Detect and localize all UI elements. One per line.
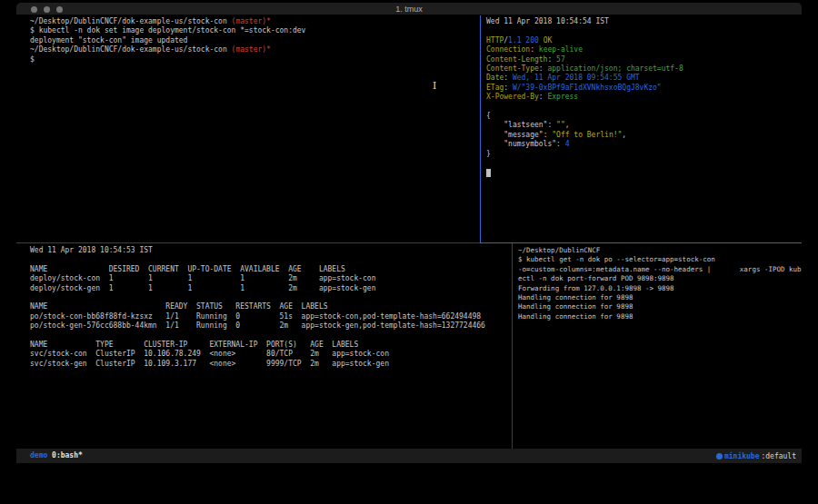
terminal-line: NAME TYPE CLUSTER-IP EXTERNAL-IP PORT(S)… [30, 341, 512, 350]
minimize-button-icon[interactable] [44, 6, 50, 13]
terminal-line: Date: Wed, 11 Apr 2018 09:54:55 GMT [486, 74, 802, 83]
status-left: demo 0:bash* [30, 449, 83, 463]
terminal-line: ETag: W/"39-0xBPf9aF1dXVNkhsxoBQgJ8vKzo" [486, 84, 802, 93]
terminal-line: po/stock-con-bb68f88fd-kzsxz 1/1 Running… [30, 312, 512, 321]
terminal-line: "message": "Off to Berlin!", [486, 131, 802, 140]
tmux-status-bar: demo 0:bash* minikube :default [16, 449, 802, 463]
terminal-line: Forwarding from 127.0.0.1:9898 -> 9898 [518, 284, 802, 293]
terminal-line: deployment "stock-con" image updated [30, 36, 480, 45]
zoom-button-icon[interactable] [56, 6, 63, 13]
pane-bottom-left-kubectl-tables[interactable]: Wed 11 Apr 2018 10:54:53 IST NAME DESIRE… [16, 243, 512, 449]
pane-divider-vertical-top-active[interactable] [480, 15, 481, 243]
terminal-line [486, 26, 802, 35]
terminal-line: ectl -n dok port-forward POD 9898:9898 [518, 274, 802, 283]
terminal-line: X-Powered-By: Express [486, 93, 802, 102]
terminal-line: "lastseen": "", [486, 121, 802, 130]
terminal-line: } [486, 150, 802, 159]
terminal-line: $ kubectl get -n dok po --selector=app=s… [518, 255, 802, 264]
desktop: 1. tmux ~/Desktop/DublinCNCF/dok-example… [0, 0, 818, 504]
terminal-line: -o=custom-columns=:metadata.name --no-he… [518, 265, 802, 274]
terminal-line: Wed 11 Apr 2018 10:54:53 IST [30, 246, 512, 255]
status-right: minikube :default [716, 449, 796, 463]
terminal-line [486, 169, 802, 178]
terminal-line [30, 255, 512, 264]
terminal-line: ~/Desktop/DublinCNCF [518, 246, 802, 255]
terminal-line: Handling connection for 9898 [518, 293, 802, 302]
terminal-line [30, 293, 512, 302]
titlebar[interactable]: 1. tmux [16, 3, 802, 15]
terminal-line: ~/Desktop/DublinCNCF/dok-example-us/stoc… [30, 45, 480, 54]
active-window-label[interactable]: 0:bash* [47, 451, 83, 460]
terminal-line: svc/stock-gen ClusterIP 10.109.3.177 <no… [30, 360, 512, 369]
terminal-line: svc/stock-con ClusterIP 10.106.78.249 <n… [30, 350, 512, 359]
terminal-line: $ kubectl -n dok set image deployment/st… [30, 26, 480, 35]
terminal-window: 1. tmux ~/Desktop/DublinCNCF/dok-example… [16, 3, 802, 463]
terminal-line: "numsymbols": 4 [486, 140, 802, 149]
tmux-session: ~/Desktop/DublinCNCF/dok-example-us/stoc… [16, 15, 802, 449]
terminal-line: { [486, 112, 802, 121]
session-name: demo [30, 451, 47, 460]
kube-context: minikube [724, 450, 760, 463]
window-title: 1. tmux [16, 3, 802, 15]
kube-namespace: :default [761, 450, 796, 463]
terminal-line: ~/Desktop/DublinCNCF/dok-example-us/stoc… [30, 17, 480, 26]
pane-top-left-shell[interactable]: ~/Desktop/DublinCNCF/dok-example-us/stoc… [16, 15, 480, 242]
terminal-line [486, 159, 802, 168]
kubernetes-helm-icon [716, 453, 723, 460]
terminal-line: Connection: keep-alive [486, 45, 802, 54]
traffic-lights [31, 6, 63, 13]
terminal-line: Content-Type: application/json; charset=… [486, 64, 802, 74]
close-button-icon[interactable] [31, 6, 37, 13]
terminal-line: NAME READY STATUS RESTARTS AGE LABELS [30, 302, 512, 311]
pane-top-right-http-response[interactable]: Wed 11 Apr 2018 10:54:54 IST HTTP/1.1 20… [481, 15, 802, 242]
mouse-cursor-ibeam: I [433, 81, 436, 92]
terminal-line: po/stock-gen-576cc688bb-44kmn 1/1 Runnin… [30, 321, 512, 331]
terminal-line [30, 331, 512, 341]
terminal-line: deploy/stock-con 1 1 1 1 2m app=stock-co… [30, 274, 512, 283]
terminal-line: $ [30, 55, 480, 64]
terminal-line: Content-Length: 57 [486, 55, 802, 64]
pane-divider-horizontal-left[interactable] [16, 242, 480, 243]
pane-bottom-right-port-forward[interactable]: ~/Desktop/DublinCNCF$ kubectl get -n dok… [513, 243, 802, 449]
pane-divider-vertical-bottom[interactable] [512, 243, 513, 449]
terminal-cursor [486, 169, 491, 177]
pane-divider-horizontal-right-active[interactable] [480, 242, 802, 243]
terminal-line: Wed 11 Apr 2018 10:54:54 IST [486, 17, 802, 26]
terminal-line [486, 103, 802, 112]
terminal-line: deploy/stock-gen 1 1 1 1 2m app=stock-ge… [30, 284, 512, 293]
terminal-line: Handling connection for 9898 [518, 312, 802, 321]
terminal-line: Handling connection for 9898 [518, 302, 802, 311]
terminal-line: HTTP/1.1 200 OK [486, 36, 802, 45]
terminal-line: NAME DESIRED CURRENT UP-TO-DATE AVAILABL… [30, 265, 512, 274]
